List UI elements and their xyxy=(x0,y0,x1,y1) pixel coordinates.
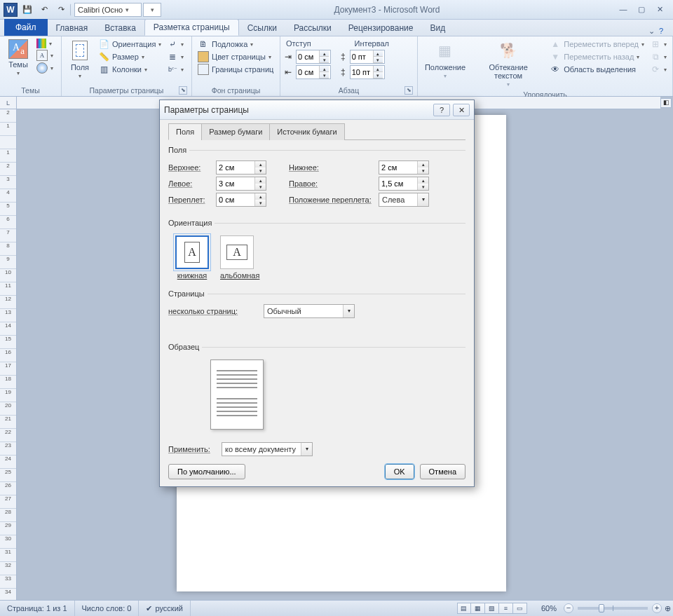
draft-view-icon[interactable]: ▭ xyxy=(513,603,527,614)
page-color-button[interactable]: Цвет страницы▾ xyxy=(196,50,275,63)
minimize-icon[interactable]: — xyxy=(617,5,630,14)
tab-view[interactable]: Вид xyxy=(421,20,454,36)
watermark-button[interactable]: 🗎Подложка▾ xyxy=(196,38,275,50)
landscape-option[interactable]: A альбомная xyxy=(220,235,259,280)
status-words[interactable]: Число слов: 0 xyxy=(75,601,140,616)
ruler-corner[interactable]: L xyxy=(0,97,17,109)
theme-fonts-button[interactable]: A▾ xyxy=(35,49,55,62)
selection-pane-button[interactable]: 👁Область выделения xyxy=(548,63,646,76)
preview-legend: Образец xyxy=(168,343,202,351)
watermark-icon: 🗎 xyxy=(198,39,209,50)
font-size-combo[interactable]: ▾ xyxy=(143,3,161,17)
tab-mailings[interactable]: Рассылки xyxy=(285,20,340,36)
hyphenation-button[interactable]: bᶜ⁻▾ xyxy=(165,63,185,76)
send-backward-button: ▼Переместить назад▾ xyxy=(548,50,646,63)
left-spinner[interactable]: ▴▾ xyxy=(216,177,266,191)
line-numbers-button[interactable]: ≣▾ xyxy=(165,50,185,63)
orientation-icon: 📄 xyxy=(98,39,109,50)
dialog-help-button[interactable]: ? xyxy=(433,104,450,116)
zoom-in-button[interactable]: + xyxy=(652,603,662,613)
top-spinner[interactable]: ▴▾ xyxy=(216,160,266,174)
indent-left-icon: ⇥ xyxy=(285,52,292,62)
close-icon[interactable]: ✕ xyxy=(653,5,666,14)
align-button: ⊞▾ xyxy=(648,38,668,50)
save-icon[interactable]: 💾 xyxy=(20,2,35,18)
font-combo[interactable]: Calibri (Осно▾ xyxy=(74,3,142,17)
space-after-icon: ‡ xyxy=(341,67,346,77)
dialog-tab-fields[interactable]: Поля xyxy=(168,123,202,140)
margins-icon xyxy=(69,39,91,62)
columns-button[interactable]: ▥Колонки▾ xyxy=(97,63,163,76)
rotate-button: ⟳▾ xyxy=(648,63,668,76)
multi-select[interactable]: Обычный▾ xyxy=(264,304,355,318)
page-borders-button[interactable]: Границы страниц xyxy=(196,63,275,76)
fullscreen-view-icon[interactable]: ▦ xyxy=(471,603,485,614)
help-icon[interactable]: ? xyxy=(659,27,663,36)
zoom-fit-button[interactable]: ⊕ xyxy=(662,604,673,613)
print-layout-view-icon[interactable]: ▤ xyxy=(457,603,471,614)
fonts-icon: A xyxy=(36,50,48,61)
bottom-spinner[interactable]: ▴▾ xyxy=(379,160,429,174)
colors-icon xyxy=(36,39,46,48)
themes-button[interactable]: Aa Темы ▾ xyxy=(4,38,32,78)
themes-group-label: Темы xyxy=(4,85,57,96)
default-button[interactable]: По умолчанию... xyxy=(168,464,245,479)
orientation-button[interactable]: 📄Ориентация▾ xyxy=(97,38,163,50)
space-after-spinner[interactable]: ▴▾ xyxy=(350,65,385,79)
wrap-button: 🐕 Обтекание текстом▾ xyxy=(471,38,545,89)
redo-icon[interactable]: ↷ xyxy=(53,2,69,18)
app-icon: W xyxy=(3,2,18,18)
selection-icon: 👁 xyxy=(550,64,561,75)
fields-legend: Поля xyxy=(168,146,189,154)
tab-page-layout[interactable]: Разметка страницы xyxy=(144,19,239,36)
status-page[interactable]: Страница: 1 из 1 xyxy=(0,601,75,616)
indent-left-spinner[interactable]: ▴▾ xyxy=(296,50,331,64)
left-label: Левое: xyxy=(168,179,212,188)
gutter-spinner[interactable]: ▴▾ xyxy=(216,193,266,207)
tab-file[interactable]: Файл xyxy=(4,19,48,36)
margins-button[interactable]: Поля ▾ xyxy=(66,38,94,81)
qat-sep xyxy=(70,4,73,16)
zoom-out-button[interactable]: − xyxy=(564,603,573,613)
ok-button[interactable]: OK xyxy=(385,464,414,479)
vertical-ruler[interactable]: 2112345678910111213141516171819202122232… xyxy=(0,109,17,600)
size-button[interactable]: 📏Размер▾ xyxy=(97,50,163,63)
page-setup-launcher[interactable]: ⬊ xyxy=(179,86,187,95)
web-view-icon[interactable]: ▧ xyxy=(485,603,499,614)
breaks-icon: ⤶ xyxy=(167,39,178,50)
dialog-tab-paper-source[interactable]: Источник бумаги xyxy=(269,123,344,140)
indent-right-spinner[interactable]: ▴▾ xyxy=(296,65,331,79)
breaks-button[interactable]: ⤶▾ xyxy=(165,38,185,50)
zoom-slider[interactable] xyxy=(578,607,648,610)
tab-insert[interactable]: Вставка xyxy=(96,20,144,36)
maximize-icon[interactable]: ▢ xyxy=(635,5,648,14)
dialog-tab-paper-size[interactable]: Размер бумаги xyxy=(201,123,270,140)
tab-home[interactable]: Главная xyxy=(48,20,97,36)
status-language[interactable]: ✔русский xyxy=(139,601,190,616)
tab-review[interactable]: Рецензирование xyxy=(340,20,422,36)
right-label: Правое: xyxy=(289,179,374,188)
bottom-label: Нижнее: xyxy=(289,163,374,172)
portrait-option[interactable]: A книжная xyxy=(175,235,209,280)
apply-select[interactable]: ко всему документу▾ xyxy=(222,442,313,456)
undo-icon[interactable]: ↶ xyxy=(36,2,52,18)
dialog-close-button[interactable]: ✕ xyxy=(453,104,470,116)
page-bg-group-label: Фон страницы xyxy=(196,85,276,96)
dialog-title: Параметры страницы xyxy=(164,105,249,115)
theme-colors-button[interactable]: ▾ xyxy=(35,38,55,49)
cancel-button[interactable]: Отмена xyxy=(420,464,465,479)
outline-view-icon[interactable]: ≡ xyxy=(499,603,513,614)
space-before-spinner[interactable]: ▴▾ xyxy=(350,50,385,64)
gutter-label: Переплет: xyxy=(168,196,212,204)
size-icon: 📏 xyxy=(98,51,109,62)
ribbon-minimize-icon[interactable]: ⌄ xyxy=(648,27,655,36)
paragraph-launcher[interactable]: ⬊ xyxy=(405,86,413,95)
ruler-toggle[interactable]: ◧ xyxy=(660,98,672,108)
theme-effects-button[interactable]: ▾ xyxy=(35,62,55,74)
zoom-level[interactable]: 60% xyxy=(534,601,564,616)
view-buttons[interactable]: ▤ ▦ ▧ ≡ ▭ xyxy=(457,603,527,614)
right-spinner[interactable]: ▴▾ xyxy=(379,177,429,191)
tab-references[interactable]: Ссылки xyxy=(239,20,285,36)
preview-thumbnail xyxy=(210,360,264,430)
gutterpos-select[interactable]: Слева▾ xyxy=(379,193,429,207)
